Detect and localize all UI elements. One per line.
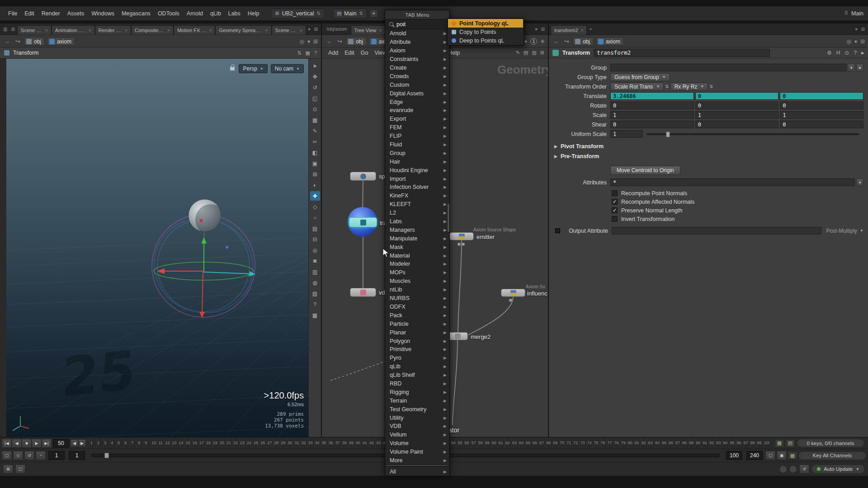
jump-end-button[interactable]: ▶| <box>42 439 52 448</box>
invert-transformation-checkbox[interactable] <box>612 216 618 222</box>
menubar-item[interactable]: File <box>5 10 21 17</box>
viewport-tool-icon[interactable]: ◐ <box>310 180 320 190</box>
output-attribute-toggle[interactable] <box>555 228 560 233</box>
back-icon[interactable]: ← <box>552 38 561 45</box>
viewport-tool-icon[interactable]: ✖ <box>310 256 320 266</box>
tab-menu-category[interactable]: Test Geometry ▶ <box>385 405 449 413</box>
spinner-icon[interactable]: ⇅ <box>665 84 669 89</box>
close-icon[interactable]: × <box>89 28 91 33</box>
network-menu-item[interactable]: Edit <box>342 50 357 56</box>
snap-icon[interactable]: ⇅ <box>297 50 301 56</box>
help-book-icon[interactable]: H <box>836 50 840 56</box>
translate-y-field[interactable]: 0 <box>695 92 779 100</box>
viewport-tool-icon[interactable]: ⊞ <box>310 169 320 179</box>
tab-menu-category[interactable]: Utility ▶ <box>385 413 449 422</box>
tab-menu-category[interactable]: Vellum ▶ <box>385 431 449 439</box>
close-icon[interactable]: × <box>125 28 127 33</box>
menubar-item[interactable]: Megascans <box>118 10 154 17</box>
pane-tab[interactable]: Composite View × <box>131 25 174 35</box>
tab-menu-category[interactable]: Hair ▶ <box>385 157 449 166</box>
rotate-y-field[interactable]: 0 <box>695 102 779 109</box>
translate-arrows[interactable] <box>157 230 255 318</box>
range-lock-icon[interactable]: ▣ <box>777 451 787 460</box>
tab-menu-category[interactable]: qLib Shelf ▶ <box>385 371 449 380</box>
recompute-affected-normals-checkbox[interactable]: ✓ <box>612 199 618 205</box>
pane-tab[interactable]: Render View × <box>95 25 131 35</box>
pane-tab[interactable]: Animation Editor × <box>52 25 95 35</box>
pane-link-icon[interactable]: ⊞ <box>313 38 318 45</box>
menubar-item[interactable]: ODTools <box>154 10 183 17</box>
play-button[interactable]: ▶ <box>32 439 42 448</box>
tab-menu-category[interactable]: Terrain ▶ <box>385 396 449 405</box>
node-name-field[interactable]: transform2 <box>594 49 770 57</box>
tab-menu-category[interactable]: L2 ▶ <box>385 209 449 217</box>
tab-menu-category[interactable]: Digital Assets ▶ <box>385 89 449 98</box>
forward-icon[interactable]: ↪ <box>563 38 571 45</box>
grid-icon[interactable]: ▦ <box>305 50 310 56</box>
preserve-normal-length-checkbox[interactable]: ✓ <box>612 207 618 213</box>
back-icon[interactable]: ← <box>325 38 334 45</box>
tab-menu-category[interactable]: FLIP ▶ <box>385 132 449 141</box>
maximize-pane-icon[interactable]: ⊞ <box>860 27 866 32</box>
tab-menu-category[interactable]: Particle ▶ <box>385 319 449 328</box>
menubar-item[interactable]: Render <box>38 10 64 17</box>
tab-menu-category[interactable]: Axiom ▶ <box>385 47 449 55</box>
lock-icon[interactable] <box>230 67 235 70</box>
node-merge[interactable] <box>447 332 468 340</box>
viewport-tool-icon[interactable]: ✂ <box>310 137 320 146</box>
step-back-button[interactable]: ◀ <box>71 439 78 447</box>
viewport-tool-icon[interactable]: ✎ <box>310 126 320 136</box>
tab-menu-category[interactable]: Fluid ▶ <box>385 141 449 149</box>
tab-menu-category[interactable]: evanrude ▶ <box>385 106 449 115</box>
viewport-tool-icon[interactable]: ◱ <box>310 94 320 103</box>
range-limit-icon[interactable]: ▢ <box>765 451 775 460</box>
tab-menu-category[interactable]: Labs ▶ <box>385 217 449 226</box>
translate-z-field[interactable]: 0 <box>780 92 863 100</box>
shear-x-field[interactable]: 0 <box>610 121 694 128</box>
radial-menu-selector[interactable]: ⠿ Main <box>844 10 863 17</box>
range-handle[interactable] <box>104 453 109 458</box>
tab-menu-category[interactable]: Polygon ▶ <box>385 337 449 345</box>
slider-handle[interactable] <box>666 131 670 137</box>
group-type-dropdown[interactable]: Guess from Group ▼ <box>610 73 670 81</box>
message-bubble-icon[interactable] <box>779 465 787 473</box>
rotate-x-field[interactable]: 0 <box>610 102 694 109</box>
tab-menu-category[interactable]: Custom ▶ <box>385 80 449 89</box>
realtime-toggle-icon[interactable]: ◔ <box>36 451 46 460</box>
close-icon[interactable]: × <box>209 28 212 33</box>
tab-menu-category[interactable]: Attribute ▶ <box>385 38 449 47</box>
attributes-menu-icon[interactable]: ▾ <box>856 178 863 186</box>
pre-transform-section[interactable]: ▶ Pre-Transform <box>549 151 868 161</box>
rotate-z-field[interactable]: 0 <box>780 102 863 109</box>
loop-mode-icon[interactable]: ↺ <box>24 451 34 460</box>
viewport-tool-icon[interactable]: ✚ <box>310 191 320 201</box>
close-icon[interactable]: × <box>300 28 302 33</box>
tab-menu-category[interactable]: Modeler ▶ <box>385 260 449 268</box>
column-view-icon[interactable]: ▥ <box>532 50 536 56</box>
tab-menu-category[interactable]: Create ▶ <box>385 64 449 72</box>
pin-icon[interactable]: ◎ <box>846 38 851 45</box>
tab-menu-category[interactable]: Group ▶ <box>385 149 449 157</box>
grid-view-icon[interactable]: ⊞ <box>540 50 544 56</box>
tab-menu-category[interactable]: Edge ▶ <box>385 98 449 106</box>
tab-menu-category[interactable]: Material ▶ <box>385 251 449 260</box>
viewport-tool-icon[interactable]: ▦ <box>310 115 320 125</box>
close-icon[interactable]: × <box>265 28 268 33</box>
tab-menu-search[interactable]: poit <box>385 19 449 29</box>
close-icon[interactable]: × <box>379 28 382 33</box>
pane-layout-icon[interactable]: ⊞ <box>9 27 16 32</box>
breadcrumb-obj[interactable]: obj <box>573 37 594 46</box>
move-centroid-button[interactable]: Move Centroid to Origin <box>610 166 680 175</box>
viewport-tool-icon[interactable]: ⊟ <box>310 235 320 244</box>
pane-tab[interactable]: Geometry Spreadsheet × <box>215 25 271 35</box>
menubar-item[interactable]: Windows <box>88 10 118 17</box>
menubar-item[interactable]: Arnold <box>183 10 207 17</box>
viewport-tool-icon[interactable]: ○ <box>310 213 320 222</box>
current-frame-field[interactable]: 50 <box>53 439 69 448</box>
chevron-down-icon[interactable]: ▾ <box>854 27 859 32</box>
viewport-tool-icon[interactable]: ▤ <box>310 224 320 233</box>
tab-menu-category[interactable]: Crowds ▶ <box>385 72 449 80</box>
tab-menu-category[interactable]: Rigging ▶ <box>385 388 449 396</box>
help-icon[interactable]: ? <box>854 50 857 56</box>
close-icon[interactable]: × <box>581 28 584 33</box>
